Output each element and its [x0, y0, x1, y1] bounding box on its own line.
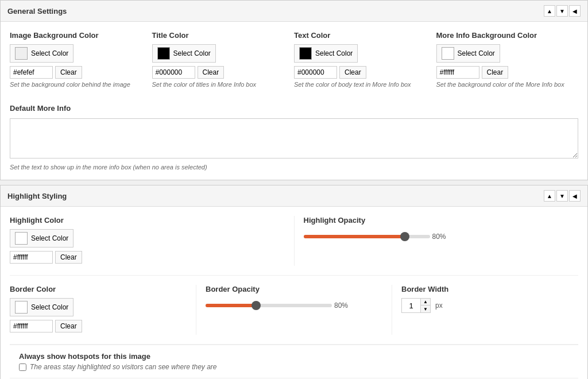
- border-color-clear-button[interactable]: Clear: [55, 320, 82, 332]
- title-color-clear-button[interactable]: Clear: [198, 66, 225, 79]
- border-width-input[interactable]: [402, 299, 420, 312]
- image-background-button-label: Select Color: [31, 49, 68, 57]
- image-background-clear-button[interactable]: Clear: [55, 66, 82, 79]
- highlight-color-input-row: Clear: [10, 251, 285, 264]
- text-color-group: Text Color Select Color Clear Set the co…: [294, 31, 436, 97]
- highlight-color-opacity-row: Highlight Color Select Color Clear Highl…: [10, 216, 578, 276]
- more-info-bg-color-group: More Info Background Color Select Color …: [436, 31, 579, 97]
- image-background-select-button[interactable]: Select Color: [10, 44, 74, 63]
- highlight-styling-title: Highlight Styling: [7, 192, 67, 200]
- highlight-color-select-button[interactable]: Select Color: [10, 229, 74, 247]
- more-info-bg-button-label: Select Color: [458, 49, 495, 57]
- border-color-select-button[interactable]: Select Color: [10, 298, 74, 316]
- color-settings-row: Image Background Color Select Color Clea…: [10, 31, 578, 97]
- border-opacity-slider-row: 80%: [206, 298, 382, 313]
- title-color-swatch: [157, 47, 170, 60]
- highlight-color-clear-button[interactable]: Clear: [55, 251, 82, 264]
- spacer: [10, 97, 578, 104]
- highlight-header-controls: ▲ ▼ ◀: [544, 190, 581, 202]
- image-background-input-row: Clear: [10, 66, 143, 79]
- text-color-desc: Set the color of body text in More Info …: [294, 81, 427, 88]
- text-color-swatch: [299, 47, 312, 60]
- text-color-button-label: Select Color: [315, 49, 353, 57]
- title-color-button-label: Select Color: [173, 49, 211, 57]
- highlight-opacity-value: 80%: [432, 233, 446, 241]
- default-more-info-label: Default More Info: [10, 104, 578, 113]
- title-color-desc: Set the color of titles in More Info box: [152, 81, 285, 88]
- title-color-hex-input[interactable]: [152, 66, 195, 79]
- general-settings-content: Image Background Color Select Color Clea…: [1, 22, 587, 180]
- highlight-collapse-down-button[interactable]: ▼: [556, 190, 568, 202]
- text-color-hex-input[interactable]: [294, 66, 337, 79]
- border-opacity-value: 80%: [334, 301, 348, 310]
- collapse-down-button[interactable]: ▼: [556, 5, 568, 17]
- text-color-select-button[interactable]: Select Color: [294, 44, 358, 63]
- border-color-label: Border Color: [10, 285, 187, 293]
- image-background-hex-input[interactable]: [10, 66, 53, 79]
- highlight-color-label: Highlight Color: [10, 216, 285, 225]
- header-controls: ▲ ▼ ◀: [544, 5, 581, 17]
- text-color-clear-button[interactable]: Clear: [339, 66, 366, 79]
- border-width-up-button[interactable]: ▲: [421, 299, 430, 305]
- border-opacity-group: Border Opacity 80%: [196, 285, 392, 335]
- default-more-info-section: Default More Info Set the text to show u…: [10, 104, 578, 171]
- highlight-opacity-fill: [304, 235, 405, 238]
- more-info-bg-input-row: Clear: [436, 66, 570, 79]
- general-settings-panel: General Settings ▲ ▼ ◀ Image Background …: [0, 0, 588, 180]
- image-background-color-group: Image Background Color Select Color Clea…: [10, 31, 152, 97]
- always-show-hotspots-label: Always show hotspots for this image: [19, 352, 569, 361]
- image-background-label: Image Background Color: [10, 31, 143, 40]
- default-more-info-textarea[interactable]: [10, 118, 578, 158]
- more-info-bg-select-button[interactable]: Select Color: [436, 44, 500, 63]
- more-info-bg-label: More Info Background Color: [436, 31, 570, 40]
- highlight-styling-content: Highlight Color Select Color Clear Highl…: [1, 207, 587, 379]
- default-more-info-desc: Set the text to show up in the more info…: [10, 164, 578, 171]
- highlight-opacity-track: [304, 235, 430, 238]
- highlight-color-swatch: [15, 232, 28, 245]
- image-background-desc: Set the background color behind the imag…: [10, 81, 143, 88]
- more-info-bg-hex-input[interactable]: [436, 66, 479, 79]
- highlight-styling-header: Highlight Styling ▲ ▼ ◀: [1, 185, 587, 207]
- border-settings-row: Border Color Select Color Clear Border O…: [10, 276, 578, 345]
- highlight-color-group: Highlight Color Select Color Clear: [10, 216, 295, 266]
- general-settings-header: General Settings ▲ ▼ ◀: [1, 1, 587, 22]
- border-opacity-track: [206, 304, 332, 307]
- border-opacity-thumb[interactable]: [252, 301, 261, 310]
- text-color-label: Text Color: [294, 31, 427, 40]
- title-color-group: Title Color Select Color Clear Set the c…: [152, 31, 295, 97]
- border-color-hex-input[interactable]: [10, 320, 53, 332]
- more-info-bg-swatch: [442, 47, 454, 60]
- always-show-hotspots-row: The areas stay highlighted so visitors c…: [19, 363, 569, 371]
- border-width-group: Border Width ▲ ▼ px: [392, 285, 578, 335]
- collapse-up-button[interactable]: ▲: [544, 5, 555, 17]
- more-info-bg-desc: Set the background color of the More Inf…: [436, 81, 570, 88]
- border-color-group: Border Color Select Color Clear: [10, 285, 196, 335]
- highlight-collapse-up-button[interactable]: ▲: [544, 190, 555, 202]
- border-color-input-row: Clear: [10, 320, 187, 332]
- more-info-bg-clear-button[interactable]: Clear: [482, 66, 509, 79]
- border-opacity-label: Border Opacity: [206, 285, 382, 293]
- highlight-close-button[interactable]: ◀: [569, 190, 581, 202]
- title-color-select-button[interactable]: Select Color: [152, 44, 216, 63]
- border-width-unit: px: [435, 301, 443, 310]
- image-background-swatch: [15, 47, 28, 60]
- border-opacity-fill: [206, 304, 256, 307]
- border-width-label: Border Width: [401, 285, 578, 293]
- border-width-stepper: ▲ ▼: [401, 298, 431, 313]
- border-width-down-button[interactable]: ▼: [421, 305, 430, 312]
- highlight-color-hex-input[interactable]: [10, 251, 53, 264]
- close-panel-button[interactable]: ◀: [569, 5, 581, 17]
- highlight-opacity-group: Highlight Opacity 80%: [295, 216, 579, 266]
- title-color-label: Title Color: [152, 31, 285, 40]
- text-color-input-row: Clear: [294, 66, 427, 79]
- stepper-column: ▲ ▼: [420, 299, 430, 312]
- always-show-hotspots-checkbox[interactable]: [19, 363, 26, 371]
- title-color-input-row: Clear: [152, 66, 285, 79]
- highlight-opacity-slider-row: 80%: [304, 229, 579, 244]
- border-color-swatch: [15, 301, 28, 314]
- highlight-styling-panel: Highlight Styling ▲ ▼ ◀ Highlight Color …: [0, 185, 588, 379]
- highlight-opacity-thumb[interactable]: [400, 232, 409, 241]
- highlight-color-button-label: Select Color: [31, 234, 68, 242]
- always-show-hotspots-section: Always show hotspots for this image The …: [10, 345, 578, 378]
- always-show-hotspots-desc: The areas stay highlighted so visitors c…: [30, 363, 217, 371]
